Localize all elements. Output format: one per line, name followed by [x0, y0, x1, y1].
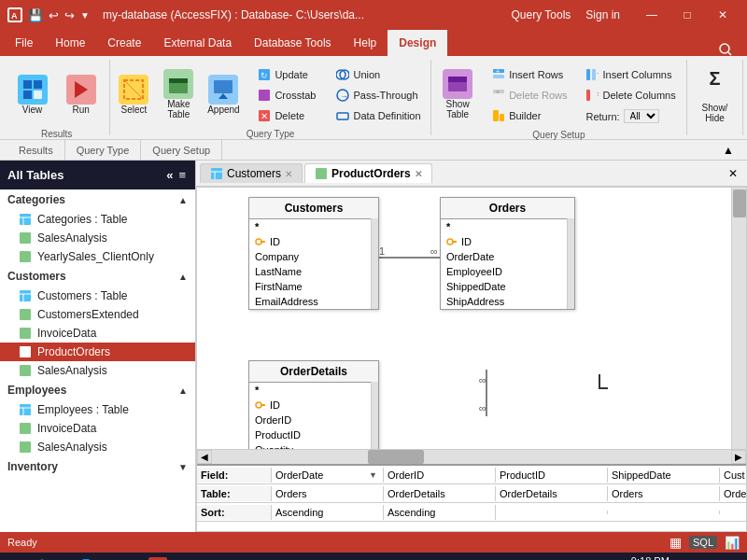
sidebar-title: All Tables [7, 168, 63, 182]
save-icon[interactable]: 💾 [28, 8, 43, 22]
sidebar-item-invoicedata-1[interactable]: InvoiceData [0, 324, 195, 343]
sidebar-item-salesanalysis-3[interactable]: SalesAnalysis [0, 438, 195, 456]
tab-design[interactable]: Design [388, 30, 447, 56]
view-grid-btn[interactable]: ▦ [669, 535, 682, 550]
inventory-chevron[interactable]: ▼ [178, 462, 188, 472]
query-icon-active [19, 345, 32, 358]
data-definition-button[interactable]: Data Definition [330, 106, 427, 125]
start-button[interactable]: ⊞ [7, 556, 29, 560]
hscroll-right-btn[interactable]: ▶ [731, 450, 746, 464]
insert-rows-button[interactable]: + Insert Rows [486, 65, 573, 84]
pass-through-button[interactable]: → Pass-Through [330, 86, 427, 105]
design-vscrollbar[interactable] [731, 188, 746, 449]
orders-table-scrollbar[interactable] [567, 218, 574, 309]
update-button[interactable]: ↻ Update [251, 65, 322, 84]
select-button[interactable]: Select [113, 63, 154, 125]
undo-icon[interactable]: ↩ [49, 8, 59, 22]
employees-chevron[interactable]: ▲ [178, 385, 188, 396]
sidebar-item-employees-table[interactable]: Employees : Table [0, 400, 195, 419]
tab-external-data[interactable]: External Data [152, 30, 243, 56]
sidebar-options-btn[interactable]: ≡ [176, 166, 188, 184]
customize-icon[interactable]: ▼ [80, 10, 90, 21]
run-button[interactable]: Run [59, 63, 104, 125]
categories-chevron[interactable]: ▲ [178, 195, 188, 205]
search-icon[interactable] [719, 43, 732, 56]
sidebar-item-customers-table[interactable]: Customers : Table [0, 287, 195, 305]
grid-cell-sort-4[interactable] [720, 511, 746, 514]
builder-button[interactable]: Builder [486, 106, 573, 125]
close-btn[interactable]: ✕ [706, 2, 740, 28]
sign-in-btn[interactable]: Sign in [585, 8, 620, 21]
grid-cell-table-3[interactable]: Orders [608, 486, 720, 501]
view-chart-btn[interactable]: 📊 [725, 536, 740, 550]
return-selector[interactable]: Return: All [579, 106, 682, 126]
grid-cell-table-0[interactable]: Orders [272, 486, 384, 501]
crosstab-button[interactable]: Crosstab [251, 86, 322, 105]
grid-cell-table-1[interactable]: OrderDetails [384, 486, 496, 501]
show-table-button[interactable]: Show Table [435, 63, 480, 125]
view-sql-btn[interactable]: SQL [689, 536, 717, 549]
delete-button[interactable]: ✕ Delete [251, 106, 322, 125]
sidebar-expand-btn[interactable]: « [164, 166, 175, 184]
query-tab-productorders[interactable]: ProductOrders ✕ [304, 163, 432, 183]
append-button[interactable]: Append [203, 63, 244, 125]
grid-cell-sort-2[interactable] [496, 511, 608, 514]
customers-field-lastname: LastName [249, 264, 378, 279]
grid-cell-sort-1[interactable]: Ascending [384, 505, 496, 520]
show-hide-button[interactable]: Show/ Hide [696, 98, 735, 128]
design-hscrollbar[interactable]: ◀ ▶ [197, 449, 746, 464]
grid-header-sort: Sort: [197, 505, 272, 520]
delete-columns-button[interactable]: × Delete Columns [579, 86, 682, 105]
grid-cell-field-1[interactable]: OrderID [384, 468, 496, 483]
redo-icon[interactable]: ↪ [64, 8, 75, 22]
grid-dropdown-0[interactable]: ▼ [367, 470, 379, 480]
crosstab-icon [258, 89, 271, 102]
grid-cell-field-2[interactable]: ProductID [496, 468, 608, 483]
customers-tab-close[interactable]: ✕ [285, 169, 292, 179]
sidebar-item-salesanalysis-1[interactable]: SalesAnalysis [0, 229, 195, 247]
tab-file[interactable]: File [4, 30, 44, 56]
productorders-tab-close[interactable]: ✕ [415, 169, 422, 179]
tab-database-tools[interactable]: Database Tools [243, 30, 343, 56]
sidebar-item-customersextended[interactable]: CustomersExtended [0, 305, 195, 324]
view-button[interactable]: View [10, 63, 55, 125]
hscroll-left-btn[interactable]: ◀ [197, 450, 212, 464]
maximize-btn[interactable]: □ [670, 2, 704, 28]
grid-cell-table-4[interactable]: Orde [720, 486, 746, 501]
hscroll-thumb[interactable] [368, 450, 424, 464]
ribbon: View Run Results Select [0, 56, 747, 140]
design-vscroll-thumb[interactable] [733, 189, 746, 217]
customers-chevron[interactable]: ▲ [178, 272, 188, 282]
sigma-button[interactable]: Σ [702, 63, 726, 94]
make-table-label: Make Table [167, 99, 190, 119]
minimize-btn[interactable]: — [635, 2, 669, 28]
customers-table-scrollbar[interactable] [371, 218, 378, 309]
delete-rows-button[interactable]: × Delete Rows [486, 86, 573, 105]
grid-cell-sort-3[interactable] [608, 511, 720, 514]
tab-help[interactable]: Help [343, 30, 388, 56]
sidebar-item-productorders[interactable]: ProductOrders [0, 343, 195, 361]
sidebar-item-yearlysales[interactable]: YearlySales_ClientOnly [0, 247, 195, 266]
query-tab-customers[interactable]: Customers ✕ [200, 163, 303, 183]
grid-cell-field-0[interactable]: OrderDate ▼ [272, 468, 384, 483]
tab-create[interactable]: Create [96, 30, 152, 56]
insert-columns-button[interactable]: + Insert Columns [579, 65, 682, 84]
orderdetails-table-scrollbar[interactable] [371, 382, 378, 449]
union-button[interactable]: Union [330, 65, 427, 84]
insert-columns-icon: + [585, 68, 599, 81]
make-table-button[interactable]: Make Table [158, 63, 199, 125]
collapse-ribbon-btn[interactable]: ▲ [717, 142, 740, 159]
grid-cell-table-2[interactable]: OrderDetails [496, 486, 608, 501]
return-dropdown[interactable]: All [624, 109, 659, 123]
sidebar-item-invoicedata-2[interactable]: InvoiceData [0, 419, 195, 438]
sidebar-item-salesanalysis-2[interactable]: SalesAnalysis [0, 361, 195, 380]
tab-home[interactable]: Home [44, 30, 96, 56]
svg-rect-56 [211, 168, 222, 179]
grid-cell-sort-0[interactable]: Ascending [272, 505, 384, 520]
grid-cell-field-3[interactable]: ShippedDate [608, 468, 720, 483]
hscroll-track [212, 450, 731, 464]
query-icon [19, 308, 32, 321]
grid-cell-field-4[interactable]: Cust [720, 468, 746, 483]
sidebar-item-categories-table[interactable]: Categories : Table [0, 210, 195, 229]
close-all-tabs-btn[interactable]: ✕ [723, 167, 743, 180]
